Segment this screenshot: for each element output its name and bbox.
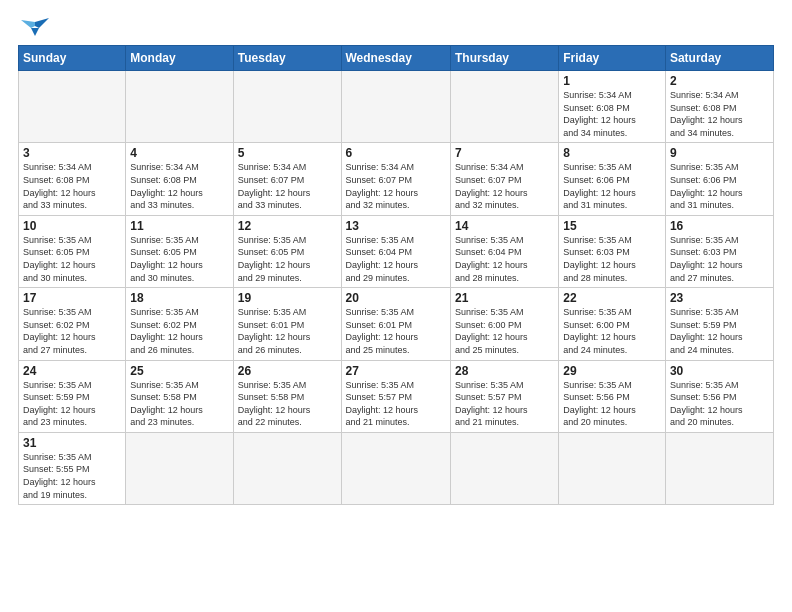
day-of-week-monday: Monday [126, 46, 233, 71]
calendar-cell [341, 71, 450, 143]
day-number: 19 [238, 291, 337, 305]
day-number: 12 [238, 219, 337, 233]
day-number: 15 [563, 219, 661, 233]
calendar-week-row: 24Sunrise: 5:35 AM Sunset: 5:59 PM Dayli… [19, 360, 774, 432]
calendar-cell: 4Sunrise: 5:34 AM Sunset: 6:08 PM Daylig… [126, 143, 233, 215]
logo-bird-icon [21, 18, 49, 38]
calendar-cell: 14Sunrise: 5:35 AM Sunset: 6:04 PM Dayli… [450, 215, 558, 287]
day-number: 17 [23, 291, 121, 305]
logo [18, 18, 49, 39]
day-number: 22 [563, 291, 661, 305]
calendar-cell: 8Sunrise: 5:35 AM Sunset: 6:06 PM Daylig… [559, 143, 666, 215]
calendar-cell [19, 71, 126, 143]
day-info: Sunrise: 5:35 AM Sunset: 6:05 PM Dayligh… [130, 234, 228, 284]
day-number: 29 [563, 364, 661, 378]
day-info: Sunrise: 5:34 AM Sunset: 6:08 PM Dayligh… [130, 161, 228, 211]
day-info: Sunrise: 5:35 AM Sunset: 6:03 PM Dayligh… [563, 234, 661, 284]
calendar-cell: 26Sunrise: 5:35 AM Sunset: 5:58 PM Dayli… [233, 360, 341, 432]
day-info: Sunrise: 5:35 AM Sunset: 5:57 PM Dayligh… [455, 379, 554, 429]
day-number: 1 [563, 74, 661, 88]
calendar-cell: 19Sunrise: 5:35 AM Sunset: 6:01 PM Dayli… [233, 288, 341, 360]
calendar-cell [126, 71, 233, 143]
day-info: Sunrise: 5:35 AM Sunset: 6:03 PM Dayligh… [670, 234, 769, 284]
day-info: Sunrise: 5:35 AM Sunset: 5:59 PM Dayligh… [670, 306, 769, 356]
day-number: 27 [346, 364, 446, 378]
calendar-cell: 23Sunrise: 5:35 AM Sunset: 5:59 PM Dayli… [665, 288, 773, 360]
calendar-week-row: 17Sunrise: 5:35 AM Sunset: 6:02 PM Dayli… [19, 288, 774, 360]
day-info: Sunrise: 5:35 AM Sunset: 5:58 PM Dayligh… [238, 379, 337, 429]
calendar-cell: 20Sunrise: 5:35 AM Sunset: 6:01 PM Dayli… [341, 288, 450, 360]
calendar-week-row: 31Sunrise: 5:35 AM Sunset: 5:55 PM Dayli… [19, 432, 774, 504]
day-of-week-tuesday: Tuesday [233, 46, 341, 71]
calendar-week-row: 1Sunrise: 5:34 AM Sunset: 6:08 PM Daylig… [19, 71, 774, 143]
svg-marker-2 [31, 28, 39, 36]
day-of-week-saturday: Saturday [665, 46, 773, 71]
calendar-cell: 31Sunrise: 5:35 AM Sunset: 5:55 PM Dayli… [19, 432, 126, 504]
calendar-cell: 25Sunrise: 5:35 AM Sunset: 5:58 PM Dayli… [126, 360, 233, 432]
day-number: 25 [130, 364, 228, 378]
day-info: Sunrise: 5:35 AM Sunset: 6:01 PM Dayligh… [346, 306, 446, 356]
day-info: Sunrise: 5:35 AM Sunset: 6:06 PM Dayligh… [563, 161, 661, 211]
day-number: 3 [23, 146, 121, 160]
day-number: 11 [130, 219, 228, 233]
calendar-cell: 22Sunrise: 5:35 AM Sunset: 6:00 PM Dayli… [559, 288, 666, 360]
calendar-week-row: 10Sunrise: 5:35 AM Sunset: 6:05 PM Dayli… [19, 215, 774, 287]
day-info: Sunrise: 5:34 AM Sunset: 6:08 PM Dayligh… [23, 161, 121, 211]
day-number: 24 [23, 364, 121, 378]
calendar-cell: 2Sunrise: 5:34 AM Sunset: 6:08 PM Daylig… [665, 71, 773, 143]
day-info: Sunrise: 5:35 AM Sunset: 6:06 PM Dayligh… [670, 161, 769, 211]
day-number: 16 [670, 219, 769, 233]
calendar-cell [233, 71, 341, 143]
calendar-cell: 5Sunrise: 5:34 AM Sunset: 6:07 PM Daylig… [233, 143, 341, 215]
day-number: 9 [670, 146, 769, 160]
calendar-cell: 12Sunrise: 5:35 AM Sunset: 6:05 PM Dayli… [233, 215, 341, 287]
day-number: 4 [130, 146, 228, 160]
calendar-cell: 28Sunrise: 5:35 AM Sunset: 5:57 PM Dayli… [450, 360, 558, 432]
calendar-cell [450, 432, 558, 504]
calendar-cell: 1Sunrise: 5:34 AM Sunset: 6:08 PM Daylig… [559, 71, 666, 143]
day-info: Sunrise: 5:35 AM Sunset: 6:02 PM Dayligh… [130, 306, 228, 356]
calendar-cell [233, 432, 341, 504]
day-info: Sunrise: 5:35 AM Sunset: 6:05 PM Dayligh… [23, 234, 121, 284]
svg-marker-1 [21, 20, 35, 28]
calendar-cell: 7Sunrise: 5:34 AM Sunset: 6:07 PM Daylig… [450, 143, 558, 215]
day-number: 28 [455, 364, 554, 378]
day-of-week-friday: Friday [559, 46, 666, 71]
calendar-cell [450, 71, 558, 143]
calendar-cell [559, 432, 666, 504]
calendar-cell [126, 432, 233, 504]
day-number: 23 [670, 291, 769, 305]
day-info: Sunrise: 5:35 AM Sunset: 5:55 PM Dayligh… [23, 451, 121, 501]
calendar-cell: 9Sunrise: 5:35 AM Sunset: 6:06 PM Daylig… [665, 143, 773, 215]
day-number: 21 [455, 291, 554, 305]
day-info: Sunrise: 5:34 AM Sunset: 6:07 PM Dayligh… [346, 161, 446, 211]
day-info: Sunrise: 5:34 AM Sunset: 6:08 PM Dayligh… [670, 89, 769, 139]
calendar-table: SundayMondayTuesdayWednesdayThursdayFrid… [18, 45, 774, 505]
day-info: Sunrise: 5:35 AM Sunset: 5:56 PM Dayligh… [563, 379, 661, 429]
day-number: 6 [346, 146, 446, 160]
day-number: 20 [346, 291, 446, 305]
calendar-cell: 13Sunrise: 5:35 AM Sunset: 6:04 PM Dayli… [341, 215, 450, 287]
header [18, 18, 774, 39]
day-info: Sunrise: 5:35 AM Sunset: 6:04 PM Dayligh… [455, 234, 554, 284]
day-info: Sunrise: 5:35 AM Sunset: 5:58 PM Dayligh… [130, 379, 228, 429]
day-number: 10 [23, 219, 121, 233]
calendar-cell: 21Sunrise: 5:35 AM Sunset: 6:00 PM Dayli… [450, 288, 558, 360]
calendar-cell: 29Sunrise: 5:35 AM Sunset: 5:56 PM Dayli… [559, 360, 666, 432]
day-of-week-thursday: Thursday [450, 46, 558, 71]
calendar-cell: 6Sunrise: 5:34 AM Sunset: 6:07 PM Daylig… [341, 143, 450, 215]
day-of-week-sunday: Sunday [19, 46, 126, 71]
day-number: 7 [455, 146, 554, 160]
day-of-week-wednesday: Wednesday [341, 46, 450, 71]
day-info: Sunrise: 5:35 AM Sunset: 5:57 PM Dayligh… [346, 379, 446, 429]
day-number: 8 [563, 146, 661, 160]
calendar-cell [665, 432, 773, 504]
logo-text [18, 18, 49, 38]
day-info: Sunrise: 5:35 AM Sunset: 6:05 PM Dayligh… [238, 234, 337, 284]
calendar-cell: 18Sunrise: 5:35 AM Sunset: 6:02 PM Dayli… [126, 288, 233, 360]
day-info: Sunrise: 5:35 AM Sunset: 6:04 PM Dayligh… [346, 234, 446, 284]
day-number: 2 [670, 74, 769, 88]
day-info: Sunrise: 5:35 AM Sunset: 6:01 PM Dayligh… [238, 306, 337, 356]
calendar-header-row: SundayMondayTuesdayWednesdayThursdayFrid… [19, 46, 774, 71]
calendar-cell: 3Sunrise: 5:34 AM Sunset: 6:08 PM Daylig… [19, 143, 126, 215]
